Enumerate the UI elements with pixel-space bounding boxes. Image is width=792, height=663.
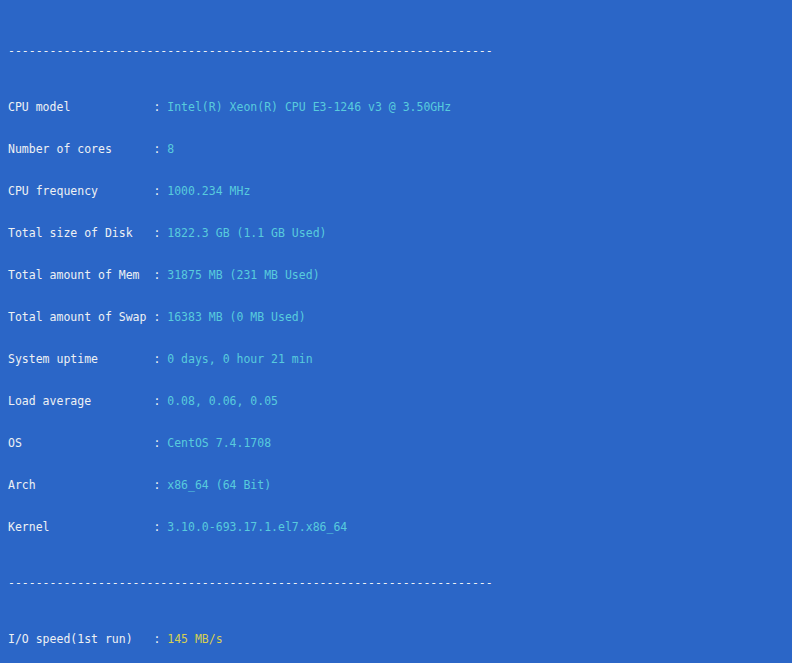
separator-line: ----------------------------------------… [8,44,792,58]
colon: : [153,268,167,282]
system-info-row: Load average: 0.08, 0.06, 0.05 [8,394,792,408]
info-value: 1822.3 GB (1.1 GB Used) [167,226,326,240]
system-info-row: Total amount of Swap: 16383 MB (0 MB Use… [8,310,792,324]
system-info-row: Number of cores: 8 [8,142,792,156]
info-label: OS [8,436,153,450]
colon: : [153,142,167,156]
system-info-row: OS: CentOS 7.4.1708 [8,436,792,450]
info-value: Intel(R) Xeon(R) CPU E3-1246 v3 @ 3.50GH… [167,100,451,114]
info-label: Number of cores [8,142,153,156]
colon: : [153,478,167,492]
info-value: 31875 MB (231 MB Used) [167,268,319,282]
info-label: Total size of Disk [8,226,153,240]
io-speed-row: I/O speed(1st run): 145 MB/s [8,632,792,646]
system-info-row: System uptime: 0 days, 0 hour 21 min [8,352,792,366]
system-info-row: Arch: x86_64 (64 Bit) [8,478,792,492]
colon: : [153,310,167,324]
io-label: I/O speed(1st run) [8,632,153,646]
info-label: Kernel [8,520,153,534]
system-info-row: CPU frequency: 1000.234 MHz [8,184,792,198]
system-info-row: CPU model: Intel(R) Xeon(R) CPU E3-1246 … [8,100,792,114]
colon: : [153,352,167,366]
colon: : [153,100,167,114]
system-info-row: Kernel: 3.10.0-693.17.1.el7.x86_64 [8,520,792,534]
info-value: 0 days, 0 hour 21 min [167,352,312,366]
colon: : [153,184,167,198]
io-value: 145 MB/s [167,632,222,646]
info-value: 16383 MB (0 MB Used) [167,310,305,324]
info-value: x86_64 (64 Bit) [167,478,271,492]
info-label: Arch [8,478,153,492]
info-value: 0.08, 0.06, 0.05 [167,394,278,408]
terminal-screen[interactable]: ----------------------------------------… [0,0,792,663]
system-info-row: Total amount of Mem: 31875 MB (231 MB Us… [8,268,792,282]
info-value: 3.10.0-693.17.1.el7.x86_64 [167,520,347,534]
info-label: Total amount of Swap [8,310,153,324]
info-value: CentOS 7.4.1708 [167,436,271,450]
colon: : [153,394,167,408]
info-label: Load average [8,394,153,408]
colon: : [153,632,167,646]
separator-line: ----------------------------------------… [8,576,792,590]
colon: : [153,226,167,240]
colon: : [153,520,167,534]
info-label: CPU model [8,100,153,114]
info-label: Total amount of Mem [8,268,153,282]
info-value: 8 [167,142,174,156]
system-info-row: Total size of Disk: 1822.3 GB (1.1 GB Us… [8,226,792,240]
colon: : [153,436,167,450]
info-label: CPU frequency [8,184,153,198]
info-value: 1000.234 MHz [167,184,250,198]
info-label: System uptime [8,352,153,366]
